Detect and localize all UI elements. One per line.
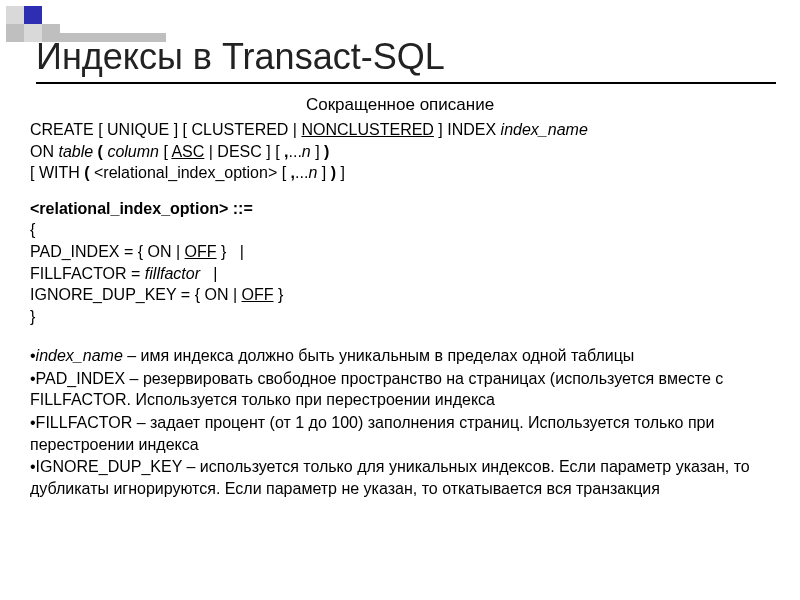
deco-square xyxy=(24,6,42,24)
slide-decoration xyxy=(6,6,166,40)
rio-line: PAD_INDEX = { ON | OFF } | xyxy=(30,241,770,263)
rio-line: IGNORE_DUP_KEY = { ON | OFF } xyxy=(30,284,770,306)
list-item: •FILLFACTOR – задает процент (от 1 до 10… xyxy=(30,412,770,455)
rio-line: { xyxy=(30,219,770,241)
deco-bar xyxy=(60,33,166,42)
deco-square xyxy=(6,24,24,42)
rio-line: FILLFACTOR = fillfactor | xyxy=(30,263,770,285)
section-subheading: Сокращенное описание xyxy=(30,94,770,117)
page-title: Индексы в Transact-SQL xyxy=(36,36,776,80)
syntax-line: [ WITH ( <relational_index_option> [ ,..… xyxy=(30,162,770,184)
title-underline xyxy=(36,82,776,84)
deco-square xyxy=(6,6,24,24)
rio-line: } xyxy=(30,306,770,328)
deco-square xyxy=(24,24,42,42)
list-item: •index_name – имя индекса должно быть ун… xyxy=(30,345,770,367)
list-item: •PAD_INDEX – резервировать свободное про… xyxy=(30,368,770,411)
rio-heading: <relational_index_option> ::= xyxy=(30,198,770,220)
syntax-line: CREATE [ UNIQUE ] [ CLUSTERED | NONCLUST… xyxy=(30,119,770,141)
syntax-line: ON table ( column [ ASC | DESC ] [ ,...n… xyxy=(30,141,770,163)
deco-square xyxy=(42,24,60,42)
relational-index-option-block: <relational_index_option> ::= { PAD_INDE… xyxy=(30,198,770,328)
syntax-block: CREATE [ UNIQUE ] [ CLUSTERED | NONCLUST… xyxy=(30,119,770,184)
description-list: •index_name – имя индекса должно быть ун… xyxy=(30,345,770,499)
list-item: •IGNORE_DUP_KEY – используется только дл… xyxy=(30,456,770,499)
